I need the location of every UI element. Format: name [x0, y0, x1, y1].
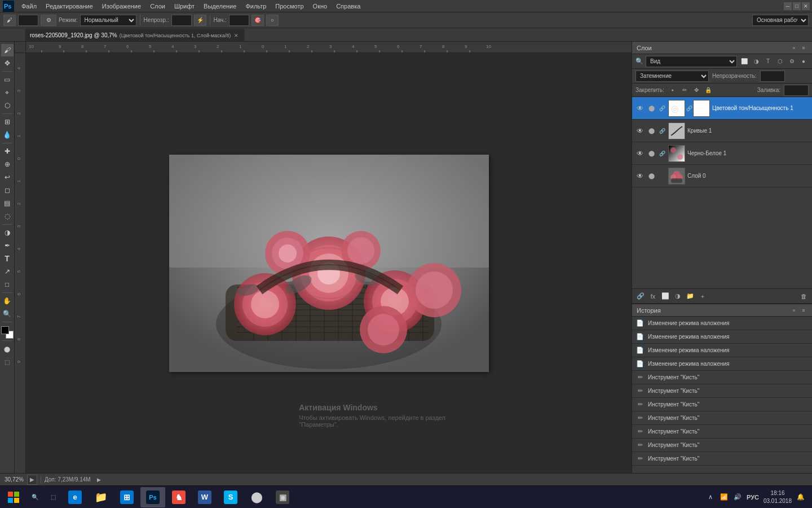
layer-visibility-toggle[interactable]: 👁 — [636, 172, 645, 181]
eraser-tool[interactable]: ◻ — [1, 184, 14, 196]
layer-opacity-input[interactable]: 100% — [760, 71, 785, 82]
panel-menu-button[interactable]: ≡ — [800, 44, 807, 52]
tray-speaker-icon[interactable]: 🔊 — [733, 493, 742, 502]
blend-mode-select[interactable]: Нормальный — [80, 15, 136, 26]
lock-image-button[interactable]: ✏ — [679, 85, 690, 95]
layer-filter-select[interactable]: Вид — [646, 56, 737, 67]
store-button[interactable]: ⊞ — [114, 487, 139, 507]
tab-close-button[interactable]: ✕ — [233, 32, 240, 39]
add-group-button[interactable]: 📁 — [685, 291, 695, 301]
layer-row[interactable]: 👁 ⬤ 🔗 — [632, 142, 812, 165]
blur-tool[interactable]: ◌ — [1, 210, 14, 222]
menu-edit[interactable]: Редактирование — [41, 0, 98, 12]
history-panel-menu[interactable]: ≡ — [800, 306, 807, 314]
dodge-tool[interactable]: ◑ — [1, 226, 14, 239]
add-layer-style-button[interactable]: fx — [648, 291, 658, 301]
color-swatches[interactable] — [1, 326, 14, 339]
menu-layers[interactable]: Слои — [145, 0, 170, 12]
menu-view[interactable]: Просмотр — [271, 0, 308, 12]
tray-language[interactable]: РУС — [747, 494, 759, 501]
zoom-tool[interactable]: 🔍 — [1, 308, 14, 320]
lock-all-button[interactable]: 🔒 — [703, 85, 713, 95]
add-adjustment-button[interactable]: ◑ — [673, 291, 683, 301]
history-item[interactable]: ✏ Инструмент "Кисть" — [632, 439, 812, 452]
layer-row[interactable]: 👁 ⬤ 🔗 Кривые 1 — [632, 120, 812, 142]
menu-help[interactable]: Справка — [332, 0, 365, 12]
start-button[interactable] — [2, 487, 25, 507]
eyedropper-tool[interactable]: 💧 — [1, 129, 14, 141]
workspace-select[interactable]: Основная рабочая среда — [752, 15, 809, 26]
history-item[interactable]: ✏ Инструмент "Кисть" — [632, 452, 812, 466]
document-tab[interactable]: roses-2205009_1920.jpg @ 30,7% (Цветовой… — [25, 29, 245, 41]
gradient-tool[interactable]: ▤ — [1, 197, 14, 209]
pen-tool[interactable]: ✒ — [1, 239, 14, 252]
history-item[interactable]: ✏ Инструмент "Кисть" — [632, 411, 812, 425]
foreground-color-swatch[interactable] — [1, 326, 9, 334]
lock-transparent-button[interactable]: ▪ — [668, 85, 678, 95]
brush-preset-button[interactable]: 🖌 — [3, 15, 16, 26]
clone-stamp-tool[interactable]: ⊕ — [1, 158, 14, 170]
crop-tool[interactable]: ⊞ — [1, 116, 14, 128]
history-item[interactable]: ✏ Инструмент "Кисть" — [632, 425, 812, 439]
layer-row[interactable]: 👁 ⬤ 🔗 ◎ 🔗 Цветовой тон/Насыщенность 1 — [632, 97, 812, 120]
menu-select[interactable]: Выделение — [199, 0, 241, 12]
layer-row[interactable]: 👁 ⬤ С — [632, 165, 812, 187]
filter-smart-button[interactable]: ⚙ — [787, 56, 797, 67]
history-item[interactable]: 📄 Изменение режима наложения — [632, 357, 812, 371]
close-button[interactable]: ✕ — [802, 2, 810, 10]
app2-button[interactable]: ▣ — [270, 487, 295, 507]
text-tool[interactable]: T — [1, 252, 14, 265]
word-button[interactable]: W — [192, 487, 217, 507]
filter-toggle[interactable]: ● — [798, 56, 809, 67]
tray-up-arrow[interactable]: ∧ — [706, 493, 715, 502]
airbrush-button[interactable]: ○ — [266, 15, 279, 26]
filter-shape-button[interactable]: ⬡ — [775, 56, 785, 67]
menu-image[interactable]: Изображение — [98, 0, 145, 12]
tray-notification-button[interactable]: 🔔 — [796, 493, 805, 502]
history-item[interactable]: 📄 Изменение режима наложения — [632, 330, 812, 344]
edge-button[interactable]: e — [63, 487, 87, 507]
filter-adjustment-button[interactable]: ◑ — [751, 56, 761, 67]
layer-visibility-toggle[interactable]: 👁 — [636, 104, 645, 113]
lock-position-button[interactable]: ✥ — [691, 85, 701, 95]
history-item[interactable]: ✏ Инструмент "Кисть" — [632, 384, 812, 398]
menu-window[interactable]: Окно — [308, 0, 332, 12]
move-tool[interactable]: ✥ — [1, 57, 14, 69]
status-info-button[interactable]: ▶ — [95, 476, 103, 484]
menu-file[interactable]: Файл — [17, 0, 41, 12]
delete-layer-button[interactable]: 🗑 — [798, 291, 809, 301]
layer-visibility-toggle[interactable]: 👁 — [636, 126, 645, 135]
history-item[interactable]: ✏ Инструмент "Кисть" — [632, 371, 812, 384]
layer-link-button[interactable]: 🔗 — [636, 291, 646, 301]
layer-blend-select[interactable]: Затемнение — [636, 71, 709, 82]
history-panel-collapse[interactable]: « — [790, 306, 798, 314]
add-layer-button[interactable]: + — [698, 291, 708, 301]
lasso-tool[interactable]: ⌖ — [1, 86, 14, 99]
filter-pixel-button[interactable]: ⬜ — [739, 56, 749, 67]
flow-input[interactable]: 100% — [229, 15, 249, 26]
hand-tool[interactable]: ✋ — [1, 295, 14, 307]
layer-fill-input[interactable]: 100% — [784, 85, 809, 96]
layer-visibility-toggle[interactable]: 👁 — [636, 149, 645, 158]
minimize-button[interactable]: ─ — [784, 2, 792, 10]
quick-select-tool[interactable]: ⬡ — [1, 99, 14, 112]
menu-type[interactable]: Шрифт — [170, 0, 199, 12]
file-explorer-button[interactable]: 📁 — [89, 487, 113, 507]
history-item[interactable]: 📄 Изменение режима наложения — [632, 344, 812, 357]
history-item[interactable]: 📄 Изменение режима наложения — [632, 317, 812, 330]
shape-tool[interactable]: □ — [1, 278, 14, 291]
flow-toggle[interactable]: 🎯 — [251, 15, 264, 26]
photoshop-button[interactable]: Ps — [140, 487, 165, 507]
brush-tool[interactable]: 🖌 — [1, 44, 14, 56]
search-button[interactable]: 🔍 — [26, 487, 44, 507]
history-item[interactable]: ✏ Инструмент "Кисть" — [632, 398, 812, 411]
history-brush-tool[interactable]: ↩ — [1, 171, 14, 183]
quick-mask-btn[interactable]: ⬤ — [1, 343, 14, 355]
path-select-tool[interactable]: ↗ — [1, 265, 14, 278]
menu-filter[interactable]: Фильтр — [241, 0, 271, 12]
brush-size-input[interactable]: 60 — [18, 15, 38, 26]
zoom-indicator[interactable]: ▶ — [27, 475, 37, 485]
tray-network-icon[interactable]: 📶 — [720, 493, 729, 502]
filter-type-button[interactable]: T — [763, 56, 773, 67]
opacity-toggle[interactable]: ⚡ — [194, 15, 206, 26]
